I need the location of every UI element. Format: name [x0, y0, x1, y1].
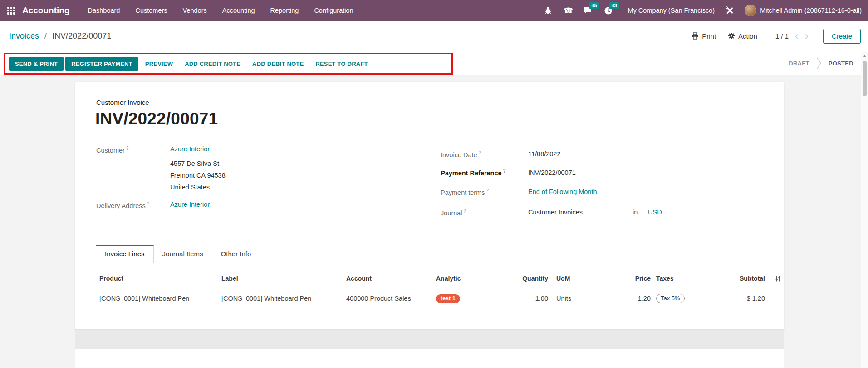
col-header-analytic[interactable]: Analytic — [436, 275, 518, 282]
journal-in-text: in — [633, 209, 638, 216]
app-title[interactable]: Accounting — [22, 5, 70, 15]
col-header-product[interactable]: Product — [99, 275, 221, 282]
col-header-uom[interactable]: UoM — [556, 275, 611, 282]
tab-journal-items[interactable]: Journal Items — [153, 245, 212, 263]
cell-product[interactable]: [CONS_0001] Whiteboard Pen — [99, 295, 221, 302]
voip-phone-icon[interactable]: ☎ — [563, 5, 573, 15]
col-header-subtotal[interactable]: Subtotal — [729, 275, 765, 282]
col-header-price[interactable]: Price — [611, 275, 656, 282]
control-panel-right: Print Action 1 / 1 ‹ › Create — [691, 29, 861, 44]
company-switcher[interactable]: My Company (San Francisco) — [628, 7, 715, 14]
optional-columns-icon[interactable] — [765, 275, 783, 282]
user-name: Mitchell Admin (20867112-16-0-all) — [760, 7, 862, 14]
scrollbar-up-icon[interactable]: ▲ — [861, 54, 868, 58]
help-icon: ? — [503, 169, 506, 174]
journal-currency-link[interactable]: USD — [648, 209, 662, 216]
support-tools-icon[interactable] — [725, 5, 735, 15]
register-payment-button[interactable]: REGISTER PAYMENT — [65, 57, 138, 71]
statusbar: SEND & PRINT REGISTER PAYMENT PREVIEW AD… — [0, 51, 868, 75]
cell-quantity[interactable]: 1.00 — [518, 295, 556, 302]
reset-to-draft-button[interactable]: RESET TO DRAFT — [310, 57, 373, 71]
col-header-account[interactable]: Account — [346, 275, 436, 282]
payment-reference-label: Payment Reference? — [441, 169, 506, 177]
action-label: Action — [738, 32, 757, 40]
empty-table-row — [76, 309, 783, 328]
cell-subtotal[interactable]: $ 1.20 — [729, 295, 765, 302]
invoice-date-value[interactable]: 11/08/2022 — [528, 150, 561, 158]
activities-count-badge: 43 — [609, 2, 618, 9]
delivery-address-label: Delivery Address? — [96, 201, 149, 209]
invoice-number-title: INV/2022/00071 — [95, 109, 218, 129]
navbar-right: ☎ 45 43 My Company (San Francisco) — [543, 5, 862, 16]
vertical-scrollbar[interactable]: ▲ — [861, 51, 868, 368]
print-button[interactable]: Print — [691, 32, 716, 40]
pager-count: 1 / 1 — [775, 32, 789, 40]
cell-taxes[interactable]: Tax 5% — [656, 294, 729, 303]
main-menu: Dashboard Customers Vendors Accounting R… — [88, 7, 353, 14]
delivery-address-link[interactable]: Azure Interior — [170, 201, 210, 208]
top-navbar: Accounting Dashboard Customers Vendors A… — [0, 0, 868, 21]
menu-accounting[interactable]: Accounting — [222, 7, 255, 14]
status-pipeline: DRAFT POSTED — [775, 51, 853, 75]
user-menu[interactable]: Mitchell Admin (20867112-16-0-all) — [745, 5, 862, 16]
address-line: 4557 De Silva St — [170, 160, 219, 167]
payment-reference-value[interactable]: INV/2022/00071 — [528, 169, 576, 176]
tab-invoice-lines[interactable]: Invoice Lines — [96, 245, 154, 263]
customer-link[interactable]: Azure Interior — [170, 145, 210, 153]
menu-configuration[interactable]: Configuration — [314, 7, 353, 14]
gear-icon — [728, 32, 735, 40]
status-posted[interactable]: POSTED — [829, 60, 853, 67]
menu-customers[interactable]: Customers — [135, 7, 167, 14]
breadcrumb-invoices-link[interactable]: Invoices — [9, 31, 39, 40]
cell-account[interactable]: 400000 Product Sales — [346, 295, 436, 302]
payment-terms-link[interactable]: End of Following Month — [528, 188, 597, 195]
add-credit-note-button[interactable]: ADD CREDIT NOTE — [180, 57, 245, 71]
status-draft[interactable]: DRAFT — [789, 60, 809, 67]
menu-vendors[interactable]: Vendors — [183, 7, 207, 14]
address-line: United States — [170, 184, 210, 191]
activities-clock-icon[interactable]: 43 — [603, 5, 613, 15]
col-header-quantity[interactable]: Quantity — [518, 275, 556, 282]
form-view-background: Customer Invoice INV/2022/00071 Customer… — [0, 75, 861, 368]
notebook-tabs: Invoice Lines Journal Items Other Info — [75, 243, 784, 263]
document-type-label: Customer Invoice — [96, 99, 149, 106]
address-line: Fremont CA 94538 — [170, 172, 226, 179]
print-label: Print — [702, 32, 716, 40]
menu-reporting[interactable]: Reporting — [270, 7, 299, 14]
breadcrumb-current: INV/2022/00071 — [52, 31, 111, 40]
messages-icon[interactable]: 45 — [583, 5, 593, 15]
customer-label: Customer? — [96, 146, 128, 154]
tax-pill[interactable]: Tax 5% — [656, 294, 685, 303]
status-arrow-icon — [817, 57, 821, 69]
tab-other-info[interactable]: Other Info — [212, 245, 260, 263]
send-print-button[interactable]: SEND & PRINT — [9, 57, 64, 71]
invoice-lines-table: Product Label Account Analytic Quantity … — [76, 263, 783, 328]
col-header-label[interactable]: Label — [221, 275, 346, 282]
table-header-row: Product Label Account Analytic Quantity … — [76, 263, 783, 288]
scrollbar-thumb[interactable] — [863, 61, 867, 96]
action-button[interactable]: Action — [728, 32, 757, 40]
preview-button[interactable]: PREVIEW — [140, 57, 178, 71]
cell-analytic[interactable]: test 1 — [436, 294, 518, 303]
help-icon: ? — [464, 209, 466, 214]
table-row[interactable]: [CONS_0001] Whiteboard Pen [CONS_0001] W… — [76, 288, 783, 309]
pager: 1 / 1 ‹ › — [775, 30, 809, 41]
user-avatar — [745, 5, 756, 16]
cell-uom[interactable]: Units — [556, 295, 611, 302]
add-debit-note-button[interactable]: ADD DEBIT NOTE — [247, 57, 309, 71]
cell-label[interactable]: [CONS_0001] Whiteboard Pen — [221, 295, 346, 302]
pager-previous-icon[interactable]: ‹ — [795, 30, 799, 41]
cell-price[interactable]: 1.20 — [611, 295, 656, 302]
chatter-area — [75, 349, 784, 368]
col-header-taxes[interactable]: Taxes — [656, 275, 729, 282]
messages-count-badge: 45 — [589, 2, 598, 9]
debug-bug-icon[interactable] — [543, 5, 553, 15]
breadcrumb: Invoices / INV/2022/00071 — [9, 31, 111, 41]
create-button[interactable]: Create — [823, 29, 861, 44]
analytic-badge[interactable]: test 1 — [436, 294, 460, 303]
apps-menu-icon[interactable] — [7, 7, 15, 15]
journal-value[interactable]: Customer Invoices — [528, 209, 583, 216]
menu-dashboard[interactable]: Dashboard — [88, 7, 120, 14]
journal-label: Journal? — [441, 209, 466, 217]
pager-next-icon[interactable]: › — [805, 30, 809, 41]
